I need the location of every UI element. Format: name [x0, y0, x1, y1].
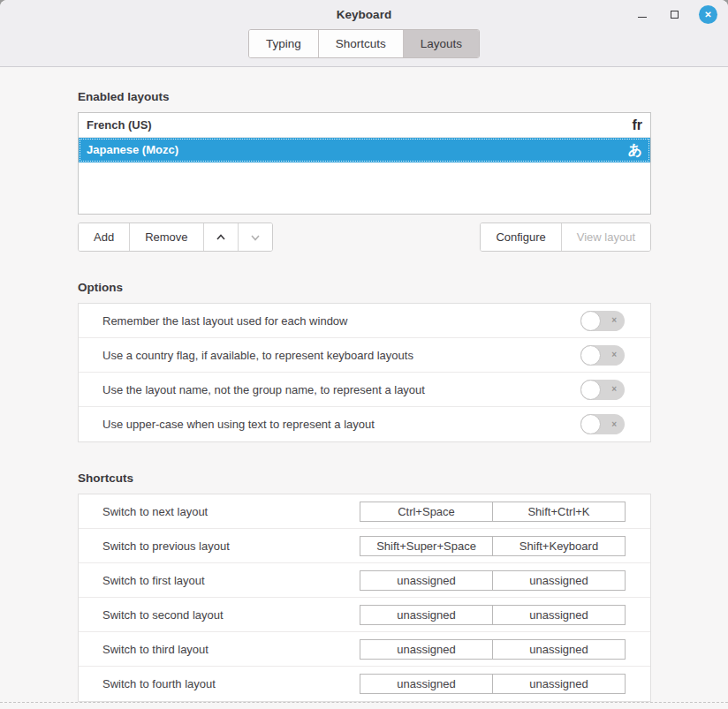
key-binding-button[interactable]: unassigned — [360, 570, 493, 591]
key-binding-button[interactable]: unassigned — [492, 674, 626, 694]
tab-layouts[interactable]: Layouts — [404, 30, 479, 57]
key-binding-pair: Ctrl+Space Shift+Ctrl+K — [360, 502, 626, 522]
shortcut-row-second-layout: Switch to second layout unassigned unass… — [79, 598, 650, 632]
key-binding-pair: Shift+Super+Space Shift+Keyboard — [360, 536, 626, 556]
key-binding-button[interactable]: unassigned — [492, 605, 626, 625]
option-label: Use the layout name, not the group name,… — [102, 383, 425, 396]
tab-typing-label: Typing — [266, 37, 301, 50]
configure-button[interactable]: Configure — [481, 223, 561, 251]
option-row-layout-name: Use the layout name, not the group name,… — [79, 373, 650, 407]
options-panel: Remember the last layout used for each w… — [78, 303, 651, 442]
view-layout-button[interactable]: View layout — [562, 223, 650, 251]
key-binding-button[interactable]: unassigned — [360, 605, 493, 625]
toggle-knob — [580, 311, 601, 331]
shortcuts-panel: Switch to next layout Ctrl+Space Shift+C… — [78, 494, 651, 702]
option-row-upper-case: Use upper-case when using text to repres… — [79, 407, 650, 441]
add-layout-button[interactable]: Add — [79, 223, 130, 251]
toggle-off-icon: × — [611, 351, 617, 359]
layout-config-button-group: Configure View layout — [480, 223, 651, 252]
key-binding-pair: unassigned unassigned — [360, 639, 626, 660]
maximize-button[interactable] — [667, 8, 681, 22]
tab-shortcuts[interactable]: Shortcuts — [319, 30, 404, 57]
enabled-layouts-title: Enabled layouts — [78, 90, 651, 103]
option-row-country-flag: Use a country flag, if available, to rep… — [79, 338, 650, 373]
shortcut-row-first-layout: Switch to first layout unassigned unassi… — [79, 563, 650, 598]
key-binding-pair: unassigned unassigned — [360, 570, 626, 591]
window-controls: ✕ — [635, 0, 717, 29]
option-label: Use a country flag, if available, to rep… — [102, 349, 413, 362]
shortcut-label: Switch to previous layout — [102, 539, 230, 553]
shortcut-label: Switch to second layout — [102, 608, 224, 622]
tab-layouts-label: Layouts — [421, 37, 462, 50]
key-binding-button[interactable]: unassigned — [492, 570, 626, 591]
toggle-knob — [580, 414, 601, 434]
shortcut-label: Switch to third layout — [102, 643, 209, 656]
shortcuts-title: Shortcuts — [78, 471, 651, 485]
option-label: Remember the last layout used for each w… — [102, 314, 347, 328]
toggle-off-icon: × — [611, 420, 617, 429]
layout-indicator: fr — [632, 118, 642, 132]
close-button[interactable]: ✕ — [699, 5, 717, 24]
key-binding-button[interactable]: unassigned — [360, 639, 493, 660]
shortcut-row-third-layout: Switch to third layout unassigned unassi… — [79, 632, 650, 667]
layout-edit-button-group: Add Remove — [78, 223, 273, 252]
key-binding-button[interactable]: unassigned — [492, 639, 626, 660]
toggle-knob — [580, 345, 601, 366]
toggle-knob — [580, 380, 601, 400]
layout-name: French (US) — [87, 118, 152, 132]
move-layout-up-button[interactable] — [204, 223, 239, 251]
remove-layout-label: Remove — [145, 230, 187, 244]
add-layout-label: Add — [94, 230, 114, 244]
titlebar[interactable]: Keyboard ✕ — [0, 0, 728, 29]
key-binding-button[interactable]: Shift+Super+Space — [360, 536, 493, 556]
minimize-button[interactable] — [635, 8, 649, 22]
chevron-down-icon — [250, 232, 261, 243]
configure-label: Configure — [496, 230, 545, 244]
window-header: Keyboard ✕ Typing Shortcuts — [0, 0, 728, 67]
options-title: Options — [78, 281, 651, 294]
toggle-off-icon: × — [611, 385, 617, 394]
enabled-layouts-list: French (US) fr Japanese (Mozc) あ — [78, 112, 651, 215]
shortcuts-section: Shortcuts Switch to next layout Ctrl+Spa… — [78, 471, 651, 702]
option-row-remember-layout: Remember the last layout used for each w… — [79, 304, 650, 338]
shortcut-label: Switch to next layout — [102, 505, 208, 518]
layout-row-japanese[interactable]: Japanese (Mozc) あ — [79, 138, 650, 162]
maximize-icon — [671, 11, 679, 19]
key-binding-button[interactable]: unassigned — [360, 674, 493, 694]
upper-case-toggle[interactable]: × — [580, 414, 625, 434]
remember-layout-toggle[interactable]: × — [580, 311, 625, 331]
layout-name: Japanese (Mozc) — [87, 143, 178, 156]
layout-indicator: あ — [628, 143, 642, 157]
key-binding-pair: unassigned unassigned — [360, 674, 626, 694]
keyboard-settings-window: Keyboard ✕ Typing Shortcuts — [0, 0, 728, 709]
key-binding-button[interactable]: Shift+Ctrl+K — [492, 502, 626, 522]
shortcut-label: Switch to fourth layout — [102, 677, 216, 690]
shortcut-label: Switch to first layout — [102, 574, 205, 587]
option-label: Use upper-case when using text to repres… — [102, 418, 375, 431]
remove-layout-button[interactable]: Remove — [130, 223, 203, 251]
toggle-off-icon: × — [611, 316, 617, 325]
layout-list-actions: Add Remove Configure — [78, 223, 651, 252]
shortcut-row-previous-layout: Switch to previous layout Shift+Super+Sp… — [79, 529, 650, 563]
tab-typing[interactable]: Typing — [249, 30, 319, 57]
move-layout-down-button[interactable] — [239, 223, 272, 251]
tab-shortcuts-label: Shortcuts — [336, 37, 386, 50]
chevron-up-icon — [216, 232, 226, 243]
close-icon: ✕ — [704, 10, 711, 19]
shortcut-row-fourth-layout: Switch to fourth layout unassigned unass… — [79, 667, 650, 701]
key-binding-pair: unassigned unassigned — [360, 605, 626, 625]
tab-bar: Typing Shortcuts Layouts — [0, 29, 728, 58]
key-binding-button[interactable]: Shift+Keyboard — [492, 536, 626, 556]
layouts-page: Enabled layouts French (US) fr Japanese … — [0, 67, 728, 702]
country-flag-toggle[interactable]: × — [580, 345, 625, 366]
content-overflow-divider — [0, 702, 728, 703]
minimize-icon — [638, 17, 647, 18]
layout-row-french[interactable]: French (US) fr — [79, 113, 650, 138]
window-title: Keyboard — [337, 8, 391, 21]
layout-name-toggle[interactable]: × — [580, 380, 625, 400]
shortcut-row-next-layout: Switch to next layout Ctrl+Space Shift+C… — [79, 494, 650, 529]
tab-group: Typing Shortcuts Layouts — [248, 29, 480, 58]
view-layout-label: View layout — [577, 230, 635, 244]
key-binding-button[interactable]: Ctrl+Space — [360, 502, 493, 522]
